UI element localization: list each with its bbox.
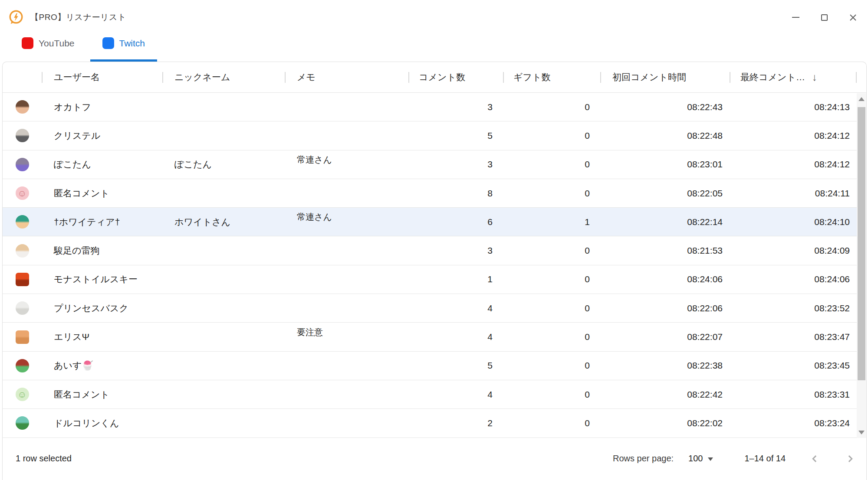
header-nickname-label: ニックネーム bbox=[174, 71, 230, 83]
memo-cell bbox=[285, 93, 408, 121]
header-gift-count[interactable]: ギフト数 bbox=[503, 62, 600, 92]
comment-count-value: 4 bbox=[487, 303, 493, 313]
first-comment-time-cell: 08:22:38 bbox=[600, 352, 730, 380]
last-comment-time-value: 08:24:10 bbox=[814, 217, 850, 227]
nickname-text: ホワイトさん bbox=[174, 216, 230, 228]
memo-cell bbox=[285, 121, 408, 150]
gift-count-cell: 0 bbox=[503, 294, 600, 322]
tab-youtube[interactable]: YouTube bbox=[10, 27, 87, 62]
red-hair-green-shirt-person-avatar bbox=[16, 359, 29, 372]
username-cell: ぽこたん bbox=[42, 150, 162, 179]
twitch-icon bbox=[102, 37, 114, 49]
previous-page-button[interactable] bbox=[808, 452, 821, 465]
listener-data-grid: ユーザー名 ニックネーム メモ コメント数 ギフト数 初回コメント時間 最終コメ… bbox=[2, 62, 867, 480]
titlebar: 【PRO】リスナーリスト bbox=[0, 4, 868, 30]
last-comment-time-cell: 08:24:12 bbox=[730, 150, 857, 179]
table-row[interactable]: あいす🍧 5 0 08:22:38 08:23:45 bbox=[3, 352, 857, 380]
nickname-text: ぽこたん bbox=[174, 158, 212, 170]
last-comment-time-cell: 08:24:09 bbox=[730, 236, 857, 264]
nickname-cell bbox=[162, 265, 285, 294]
first-comment-time-value: 08:22:05 bbox=[687, 188, 723, 199]
table-row[interactable]: エリスΨ 要注意 4 0 08:22:07 08:23:47 bbox=[3, 323, 857, 351]
gift-count-value: 0 bbox=[585, 159, 590, 170]
nickname-cell: ぽこたん bbox=[162, 150, 285, 179]
tab-twitch-label: Twitch bbox=[119, 38, 145, 49]
first-comment-time-value: 08:22:07 bbox=[687, 332, 723, 342]
vertical-scrollbar[interactable] bbox=[857, 93, 866, 438]
table-row[interactable]: 駿足の雷狗 3 0 08:21:53 08:24:09 bbox=[3, 236, 857, 265]
brown-hair-person-avatar bbox=[16, 100, 29, 114]
tab-youtube-label: YouTube bbox=[39, 38, 75, 49]
rows-per-page-select[interactable]: 100 bbox=[688, 454, 713, 464]
scroll-down-button[interactable] bbox=[857, 427, 866, 438]
last-comment-time-cell: 08:23:52 bbox=[730, 294, 857, 322]
memo-text: 常連さん bbox=[297, 154, 332, 166]
maximize-button[interactable] bbox=[814, 7, 834, 27]
table-row[interactable]: プリンセスバスク 4 0 08:22:06 08:23:52 bbox=[3, 294, 857, 323]
minimize-button[interactable] bbox=[786, 7, 806, 27]
table-row[interactable]: モナストイルスキー 1 0 08:24:06 08:24:06 bbox=[3, 265, 857, 294]
memo-cell bbox=[285, 380, 408, 408]
tab-twitch[interactable]: Twitch bbox=[90, 27, 158, 62]
header-memo-label: メモ bbox=[297, 71, 316, 83]
table-row[interactable]: ぽこたん ぽこたん 常連さん 3 0 08:23:01 08:24:12 bbox=[3, 150, 857, 179]
scroll-up-button[interactable] bbox=[857, 93, 866, 104]
header-avatar bbox=[3, 62, 42, 92]
table-row[interactable]: ☺ 匿名コメント 8 0 08:22:05 08:24:11 bbox=[3, 179, 857, 208]
next-page-button[interactable] bbox=[844, 452, 857, 465]
username-text: プリンセスバスク bbox=[54, 302, 128, 314]
last-comment-time-value: 08:23:24 bbox=[814, 418, 850, 428]
table-row[interactable]: クリステル 5 0 08:22:48 08:24:12 bbox=[3, 121, 857, 150]
nickname-cell bbox=[162, 179, 285, 207]
pink-smiley-avatar: ☺ bbox=[16, 186, 29, 200]
avatar-cell bbox=[3, 236, 42, 264]
table-row[interactable]: †ホワイティア† ホワイトさん 常連さん 6 1 08:22:14 08:24:… bbox=[3, 208, 857, 236]
table-row[interactable]: オカトフ 3 0 08:22:43 08:24:13 bbox=[3, 93, 857, 121]
scrollbar-thumb[interactable] bbox=[858, 107, 865, 380]
nickname-cell bbox=[162, 294, 285, 322]
first-comment-time-cell: 08:22:02 bbox=[600, 409, 730, 437]
username-cell: エリスΨ bbox=[42, 323, 162, 351]
page-range: 1–14 of 14 bbox=[744, 454, 786, 464]
header-comment-count[interactable]: コメント数 bbox=[408, 62, 503, 92]
username-text: エリスΨ bbox=[54, 331, 89, 343]
username-cell: ドルコリンくん bbox=[42, 409, 162, 437]
last-comment-time-value: 08:24:06 bbox=[814, 274, 850, 284]
username-cell: モナストイルスキー bbox=[42, 265, 162, 294]
grid-footer: 1 row selected Rows per page: 100 1–14 o… bbox=[3, 438, 866, 480]
first-comment-time-value: 08:22:42 bbox=[687, 389, 723, 400]
last-comment-time-cell: 08:23:31 bbox=[730, 380, 857, 408]
header-username[interactable]: ユーザー名 bbox=[42, 62, 162, 92]
header-first-comment-time[interactable]: 初回コメント時間 bbox=[600, 62, 730, 92]
header-last-comment-time[interactable]: 最終コメント… ↓ bbox=[730, 62, 857, 92]
header-nickname[interactable]: ニックネーム bbox=[162, 62, 285, 92]
minimize-icon bbox=[792, 17, 799, 18]
username-cell: 匿名コメント bbox=[42, 380, 162, 408]
comment-count-cell: 4 bbox=[408, 380, 503, 408]
avatar-cell: ☺ bbox=[3, 179, 42, 207]
avatar-cell bbox=[3, 323, 42, 351]
last-comment-time-cell: 08:24:12 bbox=[730, 121, 857, 150]
last-comment-time-value: 08:24:13 bbox=[814, 102, 850, 112]
nickname-cell bbox=[162, 352, 285, 380]
sort-desc-icon[interactable]: ↓ bbox=[812, 71, 817, 83]
table-row[interactable]: ☺ 匿名コメント 4 0 08:22:42 08:23:31 bbox=[3, 380, 857, 409]
username-cell: 匿名コメント bbox=[42, 179, 162, 207]
chevron-right-icon bbox=[844, 452, 857, 465]
first-comment-time-value: 08:24:06 bbox=[687, 274, 723, 284]
table-row[interactable]: ドルコリンくん 2 0 08:22:02 08:23:24 bbox=[3, 409, 857, 438]
close-button[interactable] bbox=[843, 7, 863, 27]
dropdown-arrow-icon bbox=[708, 457, 713, 461]
selection-status: 1 row selected bbox=[16, 454, 72, 464]
rows-per-page-label: Rows per page: bbox=[613, 454, 674, 464]
chevron-left-icon bbox=[808, 452, 821, 465]
first-comment-time-cell: 08:22:14 bbox=[600, 208, 730, 236]
red-robot-avatar bbox=[16, 273, 29, 286]
first-comment-time-cell: 08:22:07 bbox=[600, 323, 730, 351]
comment-count-cell: 3 bbox=[408, 150, 503, 179]
comment-count-cell: 6 bbox=[408, 208, 503, 236]
header-memo[interactable]: メモ bbox=[285, 62, 408, 92]
comment-count-value: 3 bbox=[487, 102, 493, 112]
first-comment-time-cell: 08:21:53 bbox=[600, 236, 730, 264]
window-controls bbox=[786, 4, 868, 30]
